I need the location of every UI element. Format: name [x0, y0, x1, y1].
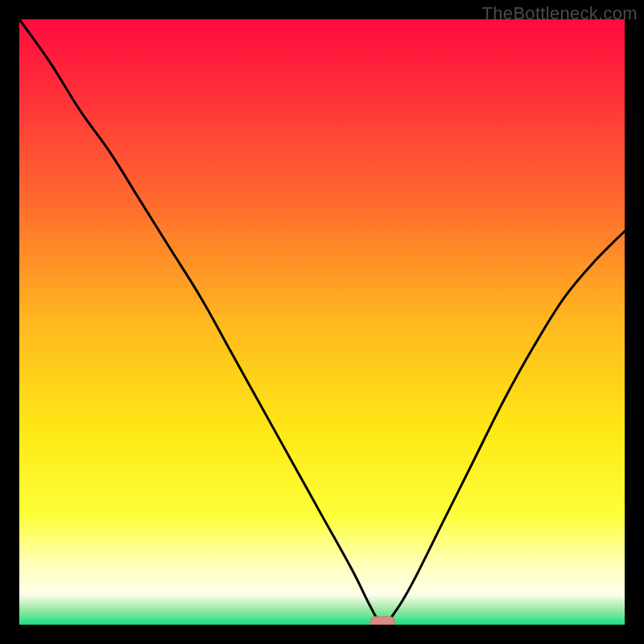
plot-area	[19, 19, 625, 625]
bottleneck-chart	[19, 19, 625, 625]
chart-frame: TheBottleneck.com	[0, 0, 644, 644]
optimal-marker	[370, 617, 394, 625]
gradient-background	[19, 19, 625, 625]
watermark-text: TheBottleneck.com	[482, 3, 638, 24]
